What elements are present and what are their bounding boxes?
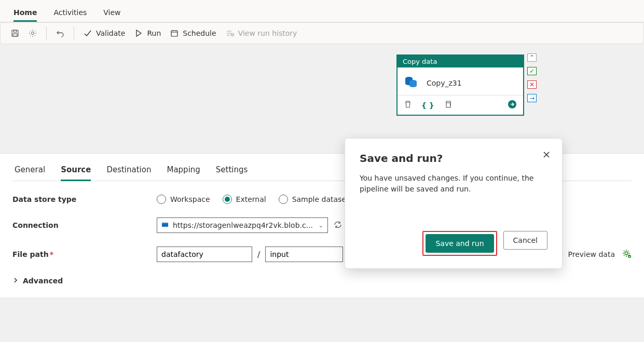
radio-external-label: External (236, 195, 266, 203)
settings-gear-button[interactable] (29, 29, 37, 37)
connection-dropdown[interactable]: https://storagenlweazpq4r2vk.blob.c... ⌄ (157, 217, 328, 233)
tab-settings[interactable]: Settings (216, 163, 248, 181)
data-store-type-radio-group: Workspace External Sample dataset (157, 195, 349, 204)
view-history-button[interactable]: View run history (226, 29, 297, 37)
svg-rect-1 (13, 30, 17, 32)
svg-rect-2 (13, 34, 17, 36)
run-button[interactable]: Run (134, 29, 161, 37)
save-icon (11, 29, 19, 37)
tab-source[interactable]: Source (61, 163, 91, 181)
dialog-close-button[interactable] (542, 150, 551, 161)
advanced-toggle[interactable]: Advanced (12, 277, 63, 285)
run-label: Run (147, 29, 161, 37)
collapse-icon[interactable]: ⌃ (527, 53, 537, 62)
ribbon-tab-activities[interactable]: Activities (53, 4, 87, 22)
primary-button-highlight: Save and run (422, 231, 497, 256)
activity-body: Copy_z31 (398, 67, 523, 95)
file-path-container-input[interactable] (157, 247, 252, 262)
copy-data-activity[interactable]: Copy data Copy_z31 { } (396, 54, 524, 116)
validate-button[interactable]: Validate (84, 29, 125, 37)
schedule-button[interactable]: Schedule (170, 29, 216, 37)
history-icon (226, 29, 234, 37)
preview-data-link[interactable]: Preview data (568, 250, 615, 258)
check-icon (84, 29, 92, 37)
activity-footer: { } (398, 95, 523, 115)
save-and-run-button[interactable]: Save and run (426, 234, 494, 253)
radio-sample-dataset-label: Sample dataset (292, 195, 349, 203)
data-store-type-label: Data store type (12, 195, 157, 203)
connection-value: https://storagenlweazpq4r2vk.blob.c... (173, 221, 314, 229)
calendar-icon (170, 29, 179, 37)
arrow-right-circle-icon[interactable] (508, 100, 517, 111)
validate-label: Validate (96, 29, 125, 37)
database-icon (404, 75, 418, 91)
failure-port-icon[interactable]: ✕ (527, 80, 537, 89)
completion-port-icon[interactable]: → (527, 94, 537, 102)
chevron-down-icon: ⌄ (319, 222, 323, 229)
svg-point-12 (625, 252, 628, 255)
connection-label: Connection (12, 221, 157, 229)
undo-button[interactable] (56, 29, 64, 37)
dialog-title: Save and run? (360, 152, 547, 165)
path-separator: / (257, 250, 260, 259)
ribbon-tab-view[interactable]: View (103, 4, 120, 22)
toolbar-separator (46, 27, 47, 39)
copy-icon[interactable] (444, 100, 452, 110)
save-button[interactable] (11, 29, 19, 37)
history-label: View run history (238, 29, 297, 37)
tab-general[interactable]: General (15, 163, 45, 181)
activity-side-icons: ⌃ ✓ ✕ → (527, 53, 537, 102)
advanced-label: Advanced (23, 277, 63, 285)
toolbar-separator (74, 27, 74, 39)
radio-workspace-label: Workspace (170, 195, 210, 203)
dialog-body: You have unsaved changes. If you continu… (360, 173, 547, 195)
refresh-connection-icon[interactable] (333, 220, 342, 231)
tab-mapping[interactable]: Mapping (167, 163, 200, 181)
file-path-directory-input[interactable] (265, 247, 343, 262)
svg-point-3 (32, 32, 34, 35)
svg-rect-8 (446, 103, 450, 107)
delete-icon[interactable] (404, 100, 412, 110)
chevron-right-icon (12, 277, 19, 285)
file-path-label: File path* (12, 250, 157, 258)
toolbar: Validate Run Schedule View run history (0, 22, 644, 44)
tab-destination[interactable]: Destination (106, 163, 151, 181)
braces-icon[interactable]: { } (421, 101, 434, 110)
ribbon-tab-home[interactable]: Home (13, 4, 37, 22)
schedule-label: Schedule (183, 29, 216, 37)
radio-external[interactable]: External (223, 195, 266, 204)
undo-icon (56, 29, 64, 37)
dialog-buttons: Save and run Cancel (360, 231, 547, 256)
pipeline-canvas[interactable]: Copy data Copy_z31 { } ⌃ ✓ ✕ → (0, 44, 644, 153)
svg-rect-4 (171, 31, 177, 36)
success-port-icon[interactable]: ✓ (527, 67, 537, 75)
save-and-run-dialog: Save and run? You have unsaved changes. … (345, 138, 563, 269)
svg-point-5 (231, 34, 233, 36)
gear-icon (29, 29, 37, 37)
cancel-button[interactable]: Cancel (503, 231, 547, 250)
svg-rect-11 (162, 223, 168, 224)
storage-icon (161, 221, 169, 230)
activity-name: Copy_z31 (427, 79, 462, 87)
preview-settings-icon[interactable] (622, 249, 632, 260)
activity-type-label: Copy data (398, 56, 523, 67)
radio-sample-dataset[interactable]: Sample dataset (279, 195, 349, 204)
ribbon-tabs: Home Activities View (0, 0, 644, 22)
radio-workspace[interactable]: Workspace (157, 195, 210, 204)
play-icon (134, 29, 143, 37)
